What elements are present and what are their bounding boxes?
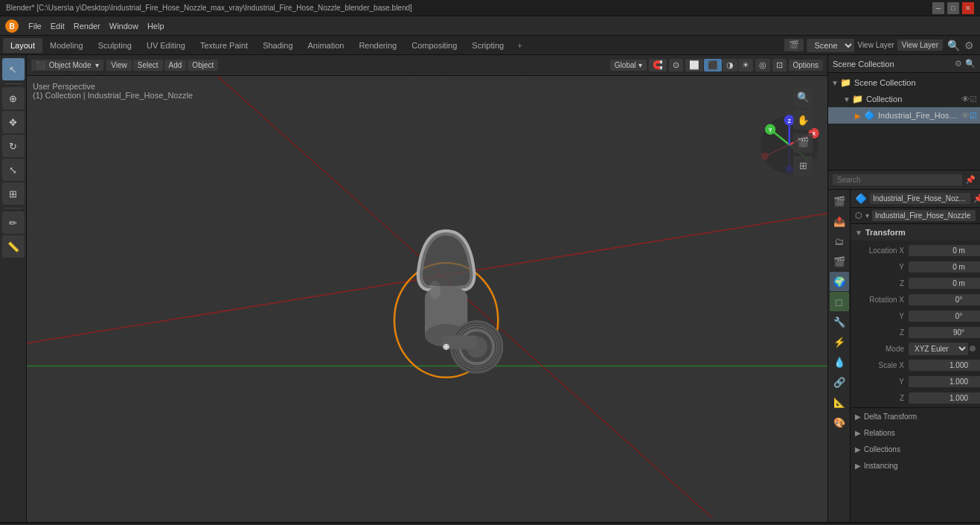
- rotation-x-label: Rotation X: [855, 296, 907, 304]
- outliner-object-row[interactable]: ▶ 🔷 Industrial_Fire_Hose... 👁 ☑: [828, 107, 980, 124]
- relations-row[interactable]: ▶ Relations: [851, 424, 980, 441]
- solid-button[interactable]: ⬛: [704, 59, 722, 71]
- tab-scripting[interactable]: Scripting: [464, 38, 511, 53]
- window-title: Blender* [C:\Users\a y\Desktop\Industria…: [6, 4, 932, 12]
- props-tab-scene[interactable]: 🎬: [830, 252, 849, 271]
- svg-point-64: [761, 152, 769, 159]
- wireframe-button[interactable]: ⬜: [685, 59, 703, 71]
- rendered-button[interactable]: ☀: [738, 59, 753, 71]
- tab-modeling[interactable]: Modeling: [42, 38, 91, 53]
- tool-scale-button[interactable]: ⤡: [2, 159, 25, 181]
- instancing-row[interactable]: ▶ Instancing: [851, 457, 980, 474]
- view-menu-button[interactable]: View: [106, 60, 132, 71]
- object-mode-button[interactable]: ⬛ Object Mode ▾: [31, 60, 103, 71]
- transform-section-header[interactable]: ▼ Transform: [851, 224, 980, 241]
- global-transform-button[interactable]: Global ▾: [610, 60, 647, 71]
- object-arrow: ▶: [855, 112, 864, 120]
- location-y-input[interactable]: [909, 261, 980, 273]
- menu-window[interactable]: Window: [105, 20, 143, 32]
- properties-search-input[interactable]: [833, 174, 962, 185]
- tab-texture-paint[interactable]: Texture Paint: [193, 38, 255, 53]
- delta-transform-row[interactable]: ▶ Delta Transform: [851, 408, 980, 424]
- viewport[interactable]: ⬛ Object Mode ▾ View Select Add Object G…: [27, 55, 827, 522]
- material-preview-button[interactable]: ◑: [723, 59, 737, 71]
- viewport-canvas[interactable]: X Y Z: [27, 76, 827, 522]
- view-layer-button[interactable]: View Layer: [897, 39, 943, 51]
- snap-button[interactable]: 🧲: [649, 59, 667, 71]
- props-tab-world[interactable]: 🌍: [830, 272, 849, 291]
- render-engine-button[interactable]: 🎬: [784, 39, 804, 51]
- rotation-mode-select[interactable]: XYZ Euler: [909, 343, 968, 355]
- tab-sculpting[interactable]: Sculpting: [91, 38, 139, 53]
- object-visibility-icon[interactable]: 👁: [961, 111, 970, 120]
- menu-render[interactable]: Render: [69, 20, 105, 32]
- props-tab-render[interactable]: 🎬: [830, 191, 849, 211]
- filter-button[interactable]: ⚙: [964, 39, 974, 51]
- tab-animation[interactable]: Animation: [301, 38, 352, 53]
- props-tab-view-layer[interactable]: 🗂: [830, 232, 849, 251]
- object-name-input[interactable]: [870, 193, 970, 204]
- collections-row[interactable]: ▶ Collections: [851, 441, 980, 457]
- outliner-scene-collection[interactable]: ▼ 📁 Scene Collection: [828, 74, 980, 91]
- tab-layout[interactable]: Layout: [3, 38, 42, 53]
- tool-annotate-button[interactable]: ✏: [2, 211, 25, 234]
- outliner-search-button[interactable]: 🔍: [965, 59, 976, 69]
- menu-help[interactable]: Help: [143, 20, 169, 32]
- outliner-filter-button[interactable]: ⚙: [955, 59, 962, 69]
- object-menu-button[interactable]: Object: [188, 60, 218, 71]
- tab-shading[interactable]: Shading: [255, 38, 300, 53]
- add-workspace-button[interactable]: +: [511, 38, 528, 53]
- scale-z-input[interactable]: [909, 392, 980, 404]
- tab-rendering[interactable]: Rendering: [351, 38, 404, 53]
- collection-label: Collection: [866, 95, 960, 104]
- tool-move-button[interactable]: ✥: [2, 111, 25, 133]
- data-name-input[interactable]: [872, 210, 976, 221]
- props-tab-particles[interactable]: ⚡: [830, 332, 849, 351]
- object-render-icon[interactable]: ☑: [970, 111, 977, 121]
- properties-pin-button[interactable]: 📌: [965, 175, 976, 185]
- mode-keyframe-dot[interactable]: [970, 346, 976, 351]
- props-tab-output[interactable]: 📤: [830, 211, 849, 231]
- props-tab-material[interactable]: 🎨: [830, 413, 849, 432]
- tool-cursor-button[interactable]: ⊕: [2, 87, 25, 109]
- menu-edit[interactable]: Edit: [46, 20, 69, 32]
- tab-uv-editing[interactable]: UV Editing: [139, 38, 193, 53]
- scene-selector[interactable]: Scene: [807, 39, 854, 52]
- rotation-y-input[interactable]: [909, 311, 980, 322]
- maximize-button[interactable]: □: [947, 2, 959, 14]
- location-x-input[interactable]: [909, 245, 980, 256]
- scale-x-input[interactable]: [909, 360, 980, 371]
- minimize-button[interactable]: ─: [932, 2, 944, 14]
- tool-transform-button[interactable]: ⊞: [2, 182, 25, 205]
- xray-button[interactable]: ⊡: [772, 59, 787, 71]
- props-tab-physics[interactable]: 💧: [830, 352, 849, 372]
- tool-measure-button[interactable]: 📏: [2, 235, 25, 258]
- object-pin-button[interactable]: 📌: [973, 194, 980, 203]
- search-button[interactable]: 🔍: [947, 39, 960, 51]
- close-button[interactable]: ✕: [962, 2, 974, 14]
- scale-y-input[interactable]: [909, 376, 980, 387]
- collection-render-icon[interactable]: ☑: [970, 95, 977, 104]
- outliner-collection[interactable]: ▼ 📁 Collection 👁 ☑: [828, 91, 980, 107]
- proportional-edit-button[interactable]: ⊙: [669, 59, 683, 71]
- tab-compositing[interactable]: Compositing: [404, 38, 464, 53]
- tool-rotate-button[interactable]: ↻: [2, 135, 25, 157]
- rotation-z-input[interactable]: [909, 327, 980, 338]
- svg-text:✋: ✋: [797, 114, 810, 127]
- tool-select-button[interactable]: ↖: [2, 58, 25, 80]
- overlay-button[interactable]: ◎: [755, 59, 770, 71]
- select-menu-button[interactable]: Select: [133, 60, 163, 71]
- collection-visibility-icon[interactable]: 👁: [961, 95, 970, 104]
- rotation-x-input[interactable]: [909, 294, 980, 305]
- transform-section-title: Transform: [865, 228, 906, 237]
- options-button[interactable]: Options: [789, 60, 823, 71]
- props-tab-modifier[interactable]: 🔧: [830, 312, 849, 331]
- scene-collection-arrow: ▼: [831, 79, 840, 87]
- props-tab-constraint[interactable]: 🔗: [830, 372, 849, 392]
- add-menu-button[interactable]: Add: [164, 60, 187, 71]
- props-tab-data[interactable]: 📐: [830, 392, 849, 412]
- props-tab-object[interactable]: ◻: [830, 292, 849, 311]
- menu-file[interactable]: File: [24, 20, 46, 32]
- svg-text:🔍: 🔍: [797, 91, 810, 104]
- location-z-input[interactable]: [909, 278, 980, 289]
